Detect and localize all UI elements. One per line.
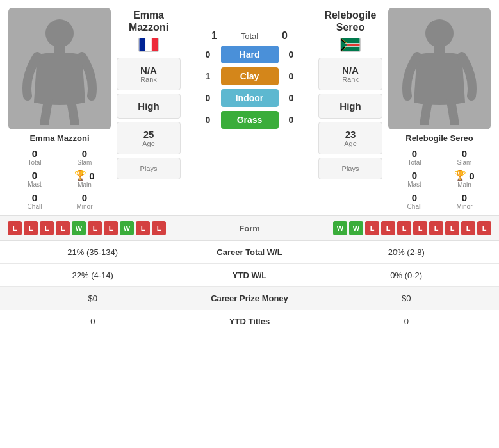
left-slam-stat: 0 Slam <box>65 148 104 166</box>
left-form-7: L <box>104 221 118 235</box>
right-form-8: L <box>445 221 459 235</box>
right-form-badges: W W L L L L L L L L <box>288 221 492 235</box>
main-container: Emma Mazzoni 0 Total 0 Slam 0 Mast <box>0 0 499 333</box>
right-form-1: W <box>333 221 347 235</box>
total-row: 1 Total 0 <box>186 30 313 42</box>
ytd-wl-row: 22% (4-14) YTD W/L 0% (0-2) <box>0 264 499 287</box>
left-form-1: L <box>8 221 22 235</box>
left-form-6: L <box>88 221 102 235</box>
right-total-stat: 0 Total <box>395 148 434 166</box>
right-form-4: L <box>381 221 395 235</box>
left-form-10: L <box>152 221 166 235</box>
right-name-header: Relebogile Sereo <box>318 9 382 33</box>
right-form-3: L <box>365 221 379 235</box>
left-minor-stat: 0 Minor <box>65 192 104 210</box>
left-form-5: W <box>72 221 86 235</box>
left-age-box: 25 Age <box>117 122 181 154</box>
right-form-2: W <box>349 221 363 235</box>
left-main-stat: 🏆 0 Main <box>65 170 104 188</box>
right-high-box: High <box>318 94 382 119</box>
clay-row: 1 Clay 0 <box>186 67 313 85</box>
hard-row: 0 Hard 0 <box>186 46 313 63</box>
right-form-6: L <box>413 221 427 235</box>
right-form-9: L <box>461 221 475 235</box>
left-player-photo <box>8 8 111 129</box>
svg-rect-2 <box>139 38 145 51</box>
left-mast-stat: 0 Mast <box>15 170 54 188</box>
form-label: Form <box>211 224 288 233</box>
left-player-name: Emma Mazzoni <box>29 133 89 143</box>
left-plays-box: Plays <box>117 158 181 179</box>
form-section: L L L L W L L W L L Form W W L L L L L L… <box>0 215 499 241</box>
right-form-7: L <box>429 221 443 235</box>
right-minor-stat: 0 Minor <box>445 192 484 210</box>
right-player-name: Relebogile Sereo <box>405 133 473 143</box>
svg-point-11 <box>425 19 454 47</box>
right-form-5: L <box>397 221 411 235</box>
left-form-2: L <box>24 221 38 235</box>
bottom-stats: 21% (35-134) Career Total W/L 20% (2-8) … <box>0 241 499 333</box>
left-form-4: L <box>56 221 70 235</box>
left-flag <box>117 38 181 54</box>
grass-row: 0 Grass 0 <box>186 111 313 129</box>
right-chall-stat: 0 Chall <box>395 192 434 210</box>
right-trophy-icon: 🏆 <box>454 170 466 181</box>
right-mast-stat: 0 Mast <box>395 170 434 188</box>
right-player-photo <box>388 8 491 129</box>
left-form-8: W <box>120 221 134 235</box>
svg-rect-3 <box>145 38 152 51</box>
left-high-box: High <box>117 94 181 119</box>
right-form-10: L <box>477 221 491 235</box>
left-form-3: L <box>40 221 54 235</box>
left-form-9: L <box>136 221 150 235</box>
right-slam-stat: 0 Slam <box>445 148 484 166</box>
left-rank-box: N/A Rank <box>117 58 181 90</box>
right-rank-box: N/A Rank <box>318 58 382 90</box>
svg-point-0 <box>45 19 74 47</box>
ytd-titles-row: 0 YTD Titles 0 <box>0 310 499 333</box>
left-trophy-icon: 🏆 <box>74 170 86 181</box>
career-prize-row: $0 Career Prize Money $0 <box>0 287 499 310</box>
right-plays-box: Plays <box>318 158 382 179</box>
right-main-stat: 🏆 0 Main <box>445 170 484 188</box>
career-total-row: 21% (35-134) Career Total W/L 20% (2-8) <box>0 241 499 264</box>
right-age-box: 23 Age <box>318 122 382 154</box>
left-name-header: Emma Mazzoni <box>117 9 181 33</box>
svg-rect-4 <box>152 38 158 51</box>
left-form-badges: L L L L W L L W L L <box>8 221 211 235</box>
right-flag <box>318 38 382 54</box>
indoor-row: 0 Indoor 0 <box>186 89 313 107</box>
left-chall-stat: 0 Chall <box>15 192 54 210</box>
left-total-stat: 0 Total <box>15 148 54 166</box>
